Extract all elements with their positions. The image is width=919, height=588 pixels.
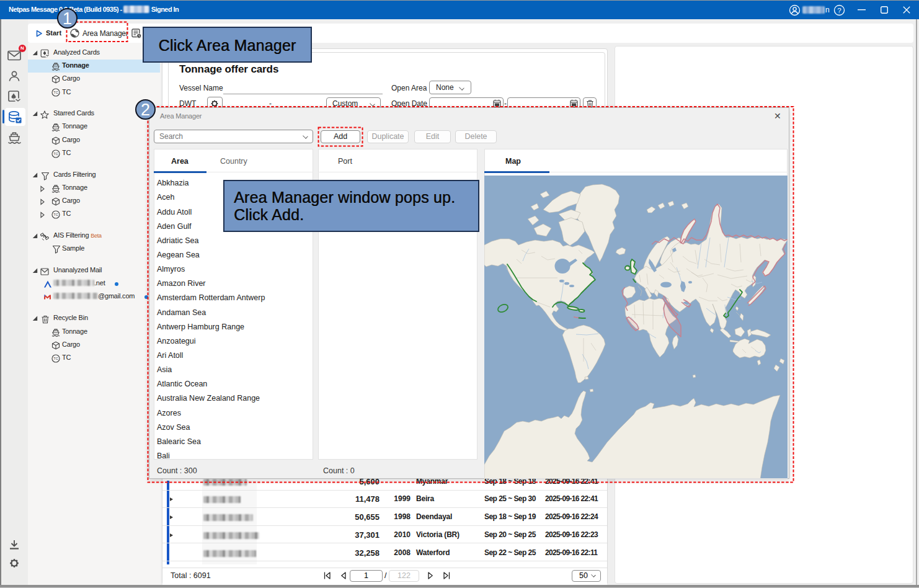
svg-text:TC: TC [53, 152, 58, 156]
svg-text:?: ? [837, 7, 841, 14]
svg-text:TC: TC [53, 91, 58, 94]
svg-text:TC: TC [53, 213, 58, 216]
svg-text:TC: TC [53, 357, 58, 360]
